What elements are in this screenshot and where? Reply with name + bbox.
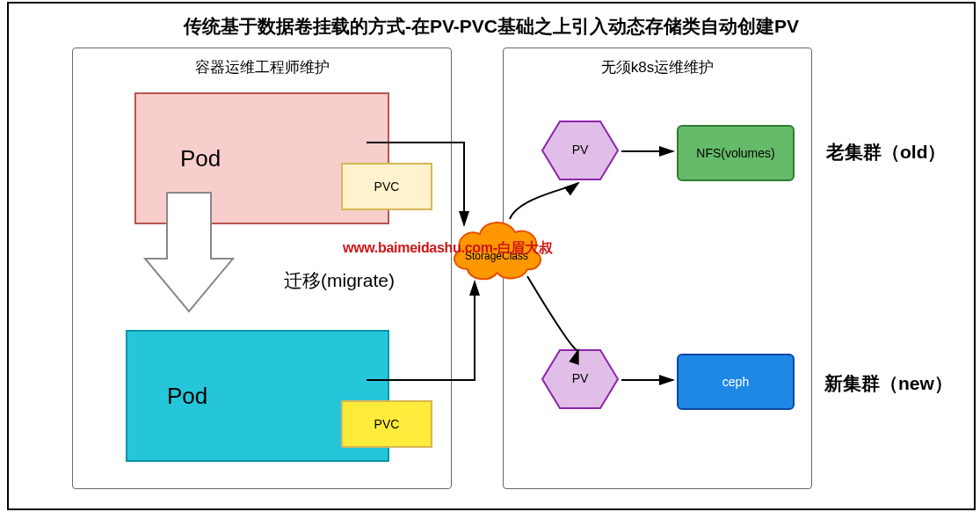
nfs-label: NFS(volumes): [696, 146, 774, 160]
pv-new: PV: [541, 348, 620, 410]
pv-old-label: PV: [541, 143, 620, 157]
diagram-canvas: 传统基于数据卷挂载的方式-在PV-PVC基础之上引入动态存储类自动创建PV 容器…: [0, 0, 980, 512]
right-group-label: 无须k8s运维维护: [504, 57, 811, 77]
old-cluster-label: 老集群（old）: [826, 140, 947, 165]
outer-frame: 传统基于数据卷挂载的方式-在PV-PVC基础之上引入动态存储类自动创建PV 容器…: [7, 2, 976, 510]
nfs-volume: NFS(volumes): [677, 125, 795, 181]
pvc-new-label: PVC: [374, 417, 400, 431]
pv-new-label: PV: [541, 371, 620, 385]
pvc-old-label: PVC: [374, 179, 400, 194]
right-group: 无须k8s运维维护: [503, 48, 812, 489]
pvc-new: PVC: [341, 400, 432, 448]
diagram-title: 传统基于数据卷挂载的方式-在PV-PVC基础之上引入动态存储类自动创建PV: [9, 14, 974, 39]
ceph-label: ceph: [722, 375, 749, 389]
new-cluster-label: 新集群（new）: [824, 371, 953, 396]
pvc-old: PVC: [341, 163, 432, 210]
left-group-label: 容器运维工程师维护: [73, 57, 451, 77]
watermark-text: www.baimeidashu.com-白眉大叔: [343, 239, 552, 258]
pod-new-label: Pod: [167, 383, 207, 410]
migrate-label: 迁移(migrate): [284, 268, 395, 293]
ceph-volume: ceph: [677, 354, 795, 410]
pod-old-label: Pod: [180, 145, 221, 172]
left-group: 容器运维工程师维护 Pod PVC 迁移(migrate) Pod PVC: [72, 48, 452, 489]
pv-old: PV: [541, 120, 620, 181]
